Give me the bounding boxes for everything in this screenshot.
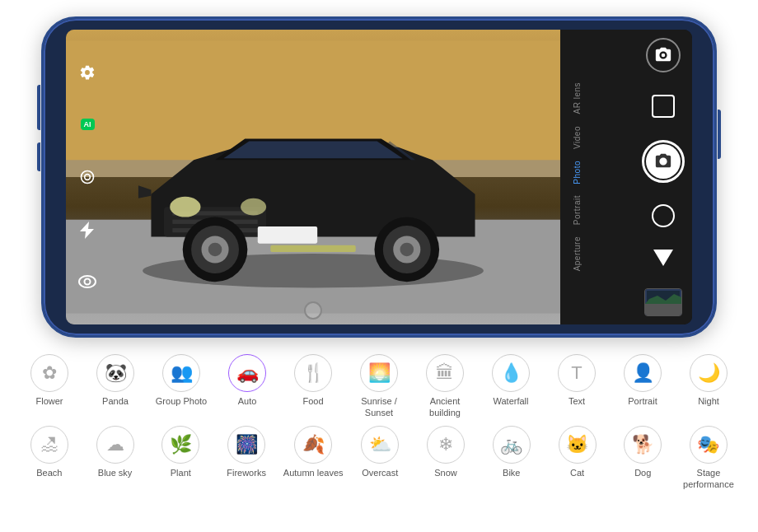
settings-icon[interactable] — [75, 60, 100, 85]
ai-icon-item[interactable]: ❄Snow — [417, 426, 475, 478]
ai-icon-item[interactable]: 🍂Autumn leaves — [283, 426, 344, 478]
ai-icon-label: Plant — [171, 467, 191, 478]
ai-icon-label: Flower — [35, 395, 63, 407]
ai-icons-row-2: 🏖Beach☁Blue sky🌿Plant🎆Fireworks🍂Autumn l… — [16, 426, 742, 491]
bottom-indicator — [304, 301, 322, 320]
ai-icon-label: Night — [698, 395, 719, 407]
phone-wrapper: AI — [25, 8, 733, 346]
power-button[interactable] — [718, 110, 721, 159]
ai-icon-item[interactable]: 🚗Auto — [218, 354, 276, 407]
ai-icon-circle: 🌙 — [690, 354, 728, 392]
ai-icon-label: Ancient building — [429, 395, 461, 419]
ai-icon-circle: 🐱 — [559, 426, 597, 464]
ai-icon-circle: 🍴 — [294, 354, 332, 392]
shutter-inner — [646, 144, 681, 179]
ai-icon-circle: 🚗 — [228, 354, 266, 392]
ai-icon-circle: 🎆 — [227, 426, 265, 464]
ai-icon-circle: 🐼 — [96, 354, 134, 392]
left-controls: AI — [73, 30, 102, 324]
svg-rect-19 — [258, 226, 317, 244]
ai-icon-label: Stage performance — [683, 467, 734, 491]
ar-lens-mode[interactable]: AR lens — [573, 77, 582, 119]
ai-icons-row-1: ✿Flower🐼Panda👥Group Photo🚗Auto🍴Food🌅Sunr… — [16, 354, 742, 419]
svg-point-21 — [85, 175, 91, 180]
photo-area: AI — [66, 30, 560, 324]
ai-icon-item[interactable]: ⛅Overcast — [351, 426, 409, 478]
ai-icon-circle: 🚲 — [493, 426, 531, 464]
svg-point-23 — [85, 279, 91, 285]
more-options-icon[interactable] — [75, 269, 100, 294]
ai-icon-label: Auto — [238, 395, 257, 407]
volume-down-button[interactable] — [37, 142, 40, 171]
ai-icon-item[interactable]: 👤Portrait — [614, 354, 671, 407]
flash-icon[interactable] — [75, 217, 100, 242]
right-side-icons — [640, 30, 685, 324]
car-image — [66, 30, 560, 324]
ai-icon-item[interactable]: 🍴Food — [284, 354, 342, 407]
ai-icons-section: ✿Flower🐼Panda👥Group Photo🚗Auto🍴Food🌅Sunr… — [0, 346, 758, 494]
volume-up-button[interactable] — [37, 85, 40, 130]
ai-icon-item[interactable]: ☁Blue sky — [87, 426, 144, 478]
ai-icon-label: Panda — [102, 395, 129, 407]
mode-labels: AR lens Video Photo Portrait Aperture — [560, 30, 593, 324]
svg-point-10 — [241, 198, 266, 216]
camera-screen: AI — [66, 30, 692, 324]
ai-icon-label: Autumn leaves — [283, 467, 344, 478]
ai-icon[interactable]: AI — [75, 112, 100, 137]
svg-point-18 — [400, 243, 414, 257]
ai-icon-circle: 🐕 — [624, 426, 662, 464]
svg-point-24 — [661, 54, 665, 58]
ai-icon-circle: ✿ — [30, 354, 68, 392]
ai-icon-item[interactable]: 🏖Beach — [21, 426, 78, 478]
shutter-button[interactable] — [642, 140, 685, 183]
ai-icon-circle: 🌿 — [161, 426, 199, 464]
ai-icon-item[interactable]: ✿Flower — [21, 354, 78, 407]
ai-icon-circle: ☁ — [96, 426, 134, 464]
ai-icon-circle: ❄ — [427, 426, 465, 464]
ai-icon-item[interactable]: 🐼Panda — [87, 354, 144, 407]
ai-icon-item[interactable]: 💧Waterfall — [482, 354, 540, 407]
circle-button[interactable] — [652, 204, 675, 227]
ai-icon-label: Food — [302, 395, 323, 407]
svg-rect-3 — [270, 245, 355, 252]
ai-icon-item[interactable]: 👥Group Photo — [152, 354, 210, 407]
portrait-mode[interactable]: Portrait — [573, 190, 582, 230]
ai-icon-label: Waterfall — [494, 395, 529, 407]
ai-icon-item[interactable]: 🎭Stage performance — [680, 426, 737, 491]
gallery-icon[interactable] — [652, 95, 675, 118]
ai-icon-item[interactable]: 🌿Plant — [152, 426, 209, 478]
last-photo-thumbnail[interactable] — [644, 288, 682, 316]
svg-point-22 — [79, 276, 96, 287]
ai-icon-label: Portrait — [628, 395, 657, 407]
ai-icon-label: Text — [568, 395, 585, 407]
ai-icon-label: Sunrise / Sunset — [361, 395, 396, 419]
ai-icon-item[interactable]: 🎆Fireworks — [218, 426, 275, 478]
ai-icon-item[interactable]: 🐕Dog — [614, 426, 671, 478]
selfie-camera-icon[interactable] — [646, 38, 681, 72]
photo-mode[interactable]: Photo — [573, 156, 582, 189]
ai-icon-label: Overcast — [362, 467, 398, 478]
ai-icon-circle: 💧 — [492, 354, 530, 392]
ai-icon-label: Fireworks — [227, 467, 266, 478]
video-mode[interactable]: Video — [573, 121, 582, 154]
ai-icon-circle: 👤 — [624, 354, 662, 392]
ai-icon-circle: 🌅 — [360, 354, 398, 392]
back-button[interactable] — [653, 250, 673, 266]
ai-icon-item[interactable]: 🌙Night — [680, 354, 737, 407]
svg-point-9 — [170, 197, 200, 217]
ai-icon-label: Beach — [36, 467, 62, 478]
ai-label: AI — [81, 119, 95, 130]
lens-selector-icon[interactable] — [75, 165, 100, 189]
svg-point-14 — [208, 243, 222, 257]
aperture-mode[interactable]: Aperture — [573, 231, 582, 276]
ai-icon-item[interactable]: 🐱Cat — [549, 426, 606, 478]
ai-icon-circle: 🎭 — [690, 426, 728, 464]
ai-icon-circle: 🏖 — [30, 426, 68, 464]
ai-icon-item[interactable]: 🚲Bike — [483, 426, 540, 478]
ai-icon-item[interactable]: 🌅Sunrise / Sunset — [350, 354, 408, 419]
svg-rect-27 — [645, 304, 681, 315]
ai-icon-circle: ⛅ — [361, 426, 399, 464]
ai-icon-label: Bike — [503, 467, 520, 478]
ai-icon-item[interactable]: 🏛Ancient building — [416, 354, 474, 419]
ai-icon-item[interactable]: TText — [548, 354, 606, 407]
